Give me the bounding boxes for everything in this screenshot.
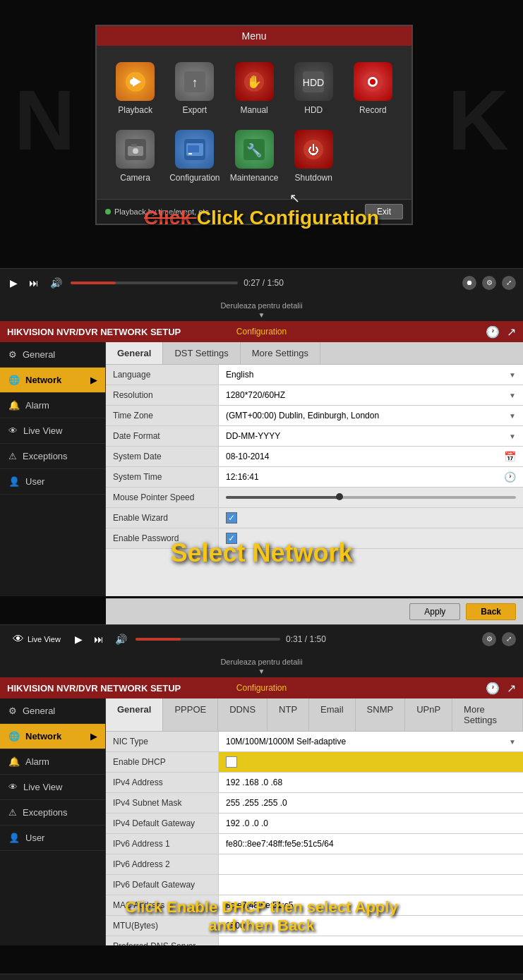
- tab-more-2[interactable]: More Settings: [241, 342, 320, 364]
- value-ipv6-gw-3[interactable]: [219, 875, 523, 895]
- share-icon-3: ↗: [507, 682, 516, 695]
- progress-fill-1: [71, 282, 116, 284]
- manual-label: Manual: [240, 105, 267, 115]
- tab-email-3[interactable]: Email: [309, 698, 356, 731]
- value-gateway-3[interactable]: 192 .0 .0 .0: [219, 813, 523, 833]
- section-1: HIKVISION NVR/DVR NETWORK SETUP 📁 N K Me…: [0, 0, 523, 321]
- menu-item-record[interactable]: Record: [345, 56, 401, 121]
- playback-label: Playback: [118, 105, 152, 115]
- tab-general-3[interactable]: General: [106, 698, 163, 731]
- menu-item-manual[interactable]: ✋ Manual: [227, 56, 282, 121]
- sidebar-item-network-2[interactable]: 🌐 Network ▶: [0, 368, 105, 393]
- value-ipv4-3[interactable]: 192 .168 .0 .68: [219, 773, 523, 792]
- row-dhcp-3: Enable DHCP: [106, 752, 523, 773]
- value-resolution-2[interactable]: 1280*720/60HZ ▼: [219, 385, 523, 405]
- row-ipv6-2-3: IPv6 Address 2: [106, 854, 523, 875]
- row-wizard-2: Enable Wizard ✓: [106, 508, 523, 528]
- menu-item-playback[interactable]: Playback: [107, 56, 163, 121]
- row-ipv4-3: IPv4 Address 192 .168 .0 .68: [106, 773, 523, 793]
- next-button-2[interactable]: ⏭: [91, 632, 107, 646]
- settings-ctrl-icon-1[interactable]: ⚙: [482, 276, 496, 290]
- deruleaza-bar-1: Deruleaza pentru detalii ▼: [0, 296, 523, 321]
- sidebar-item-liveview-3[interactable]: 👁 Live View: [0, 775, 105, 800]
- sidebar-item-general-3[interactable]: ⚙ General: [0, 698, 105, 724]
- sidebar-item-exceptions-2[interactable]: ⚠ Exceptions: [0, 444, 105, 469]
- select-network-text: Select Network: [170, 538, 352, 567]
- dropdown-arrow-resolution: ▼: [509, 392, 516, 399]
- tab-ddns-3[interactable]: DDNS: [218, 698, 267, 731]
- video-area-2: HIKVISION NVR/DVR NETWORK SETUP Configur…: [0, 321, 523, 624]
- sidebar-item-exceptions-3[interactable]: ⚠ Exceptions: [0, 800, 105, 825]
- value-dateformat-2[interactable]: DD-MM-YYYY ▼: [219, 426, 523, 446]
- overlay-3: Click Enable DHCP then select Apply and …: [0, 898, 523, 935]
- camera-label: Camera: [120, 173, 150, 183]
- play-button-1[interactable]: ▶: [7, 276, 20, 290]
- menu-item-maintenance[interactable]: 🔧 Maintenance: [227, 124, 282, 188]
- exceptions-icon-2: ⚠: [8, 451, 17, 461]
- tab-pppoe-3[interactable]: PPPOE: [163, 698, 218, 731]
- tab-snmp-3[interactable]: SNMP: [356, 698, 406, 731]
- menu-item-configuration[interactable]: Configuration: [167, 124, 222, 188]
- volume-button-2[interactable]: 🔊: [112, 632, 130, 646]
- dhcp-checkbox[interactable]: [226, 756, 237, 768]
- sidebar-item-alarm-2[interactable]: 🔔 Alarm: [0, 393, 105, 418]
- value-timezone-2[interactable]: (GMT+00:00) Dublin, Edinburgh, London ▼: [219, 406, 523, 425]
- sidebar-item-general-2[interactable]: ⚙ General: [0, 342, 105, 368]
- sidebar-item-user-3[interactable]: 👤 User: [0, 825, 105, 851]
- value-prefdns-3[interactable]: [219, 936, 523, 945]
- clock-icon-row: 🕐: [504, 471, 516, 483]
- value-systime-2[interactable]: 12:16:41 🕐: [219, 467, 523, 487]
- record-icon: [354, 62, 392, 101]
- tab-more-3[interactable]: More Settings: [452, 698, 523, 731]
- overlay-1: Click Click Configuration: [0, 207, 523, 229]
- volume-button-1[interactable]: 🔊: [47, 276, 65, 290]
- value-wizard-2[interactable]: ✓: [219, 508, 523, 528]
- label-ipv6-2-3: IPv6 Address 2: [106, 854, 219, 874]
- row-gateway-3: IPv4 Default Gateway 192 .0 .0 .0: [106, 813, 523, 834]
- next-button-1[interactable]: ⏭: [26, 276, 42, 290]
- config-tabs-2: General DST Settings More Settings: [106, 342, 523, 365]
- overlay-text-3a: Click Enable DHCP then select Apply: [0, 898, 523, 917]
- sidebar-item-liveview-2[interactable]: 👁 Live View: [0, 418, 105, 444]
- topbar-title-2: HIKVISION NVR/DVR NETWORK SETUP: [7, 327, 181, 337]
- svg-point-14: [133, 148, 138, 154]
- menu-item-camera[interactable]: Camera: [107, 124, 163, 188]
- menu-item-hdd[interactable]: HDD HDD: [286, 56, 342, 121]
- progress-bar-2[interactable]: [136, 638, 280, 641]
- value-language-2[interactable]: English ▼: [219, 365, 523, 385]
- tab-general-2[interactable]: General: [106, 342, 163, 364]
- play-button-2[interactable]: ▶: [72, 632, 85, 646]
- svg-rect-19: [188, 153, 192, 155]
- value-dhcp-3[interactable]: [219, 752, 523, 772]
- svg-text:↑: ↑: [191, 75, 198, 90]
- eye-icon-2: 👁: [13, 633, 24, 646]
- apply-button-2[interactable]: Apply: [409, 603, 460, 620]
- value-mouseptr-2[interactable]: [219, 488, 523, 507]
- section-2: HIKVISION NVR/DVR NETWORK SETUP Configur…: [0, 321, 523, 677]
- sidebar-item-network-3[interactable]: 🌐 Network ▶: [0, 724, 105, 749]
- dropdown-arrow-timezone: ▼: [509, 412, 516, 420]
- label-ipv6-gw-3: IPv6 Default Gateway: [106, 875, 219, 895]
- fullscreen-ctrl-icon-1[interactable]: ⤢: [502, 276, 516, 290]
- progress-bar-1[interactable]: [71, 282, 238, 284]
- tab-ntp-3[interactable]: NTP: [267, 698, 309, 731]
- config-tabs-3: General PPPOE DDNS NTP Email SNMP UPnP M…: [106, 698, 523, 732]
- menu-item-shutdown[interactable]: ⏻ Shutdown: [286, 124, 342, 188]
- value-ipv6-2-3[interactable]: [219, 854, 523, 874]
- label-ipv4-3: IPv4 Address: [106, 773, 219, 792]
- sidebar-item-user-2[interactable]: 👤 User: [0, 469, 105, 495]
- wizard-checkbox[interactable]: ✓: [226, 512, 237, 524]
- tab-dst-2[interactable]: DST Settings: [163, 342, 240, 364]
- topbar-2: HIKVISION NVR/DVR NETWORK SETUP Configur…: [0, 321, 523, 342]
- value-ipv6-1-3[interactable]: fe80::8ee7:48ff:fe5e:51c5/64: [219, 834, 523, 854]
- settings-ctrl-icon-2[interactable]: ⚙: [482, 632, 496, 646]
- record-ctrl-icon[interactable]: ⏺: [462, 276, 476, 290]
- value-sysdate-2[interactable]: 08-10-2014 📅: [219, 447, 523, 466]
- back-button-2[interactable]: Back: [466, 603, 516, 620]
- value-subnet-3[interactable]: 255 .255 .255 .0: [219, 793, 523, 813]
- menu-item-export[interactable]: ↑ Export: [167, 56, 222, 121]
- value-nictype-3[interactable]: 10M/100M/1000M Self-adaptive ▼: [219, 732, 523, 751]
- fullscreen-ctrl-icon-2[interactable]: ⤢: [502, 632, 516, 646]
- sidebar-item-alarm-3[interactable]: 🔔 Alarm: [0, 749, 105, 775]
- tab-upnp-3[interactable]: UPnP: [405, 698, 452, 731]
